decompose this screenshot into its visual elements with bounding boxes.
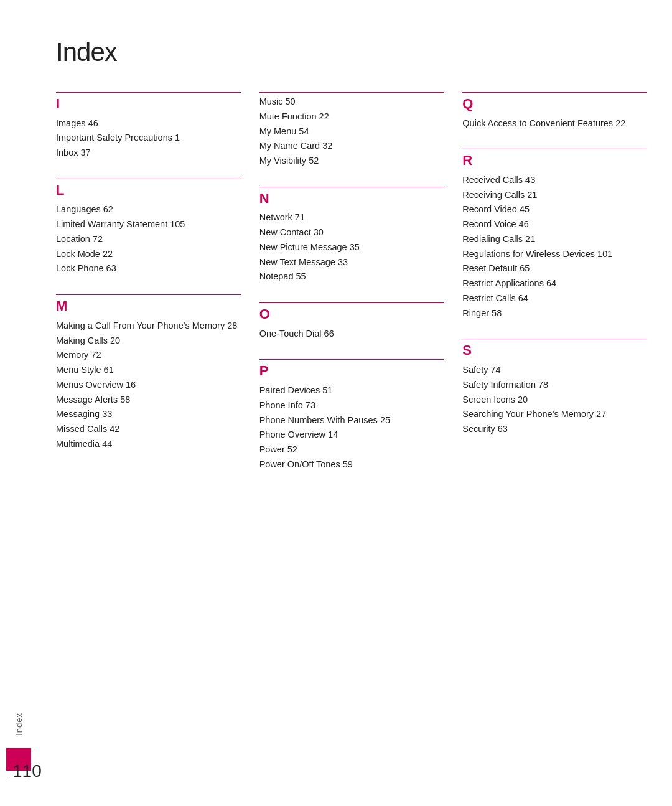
list-item: My Menu 54 bbox=[259, 125, 444, 139]
index-section-P: P Paired Devices 51 Phone Info 73 Phone … bbox=[259, 359, 444, 472]
main-content: Index I Images 46 Important Safety Preca… bbox=[37, 0, 672, 806]
list-item: Power 52 bbox=[259, 443, 444, 457]
list-item: Message Alerts 58 bbox=[56, 393, 241, 407]
list-item: Ringer 58 bbox=[462, 307, 647, 321]
section-letter: O bbox=[259, 306, 444, 324]
section-items: One-Touch Dial 66 bbox=[259, 327, 444, 342]
list-item: Menu Style 61 bbox=[56, 363, 241, 377]
section-items: Paired Devices 51 Phone Info 73 Phone Nu… bbox=[259, 384, 444, 473]
list-item: Multimedia 44 bbox=[56, 438, 241, 451]
section-divider bbox=[259, 302, 444, 303]
list-item: Menus Overview 16 bbox=[56, 378, 241, 392]
section-items: Images 46 Important Safety Precautions 1… bbox=[56, 117, 241, 161]
list-item: Limited Warranty Statement 105 bbox=[56, 218, 241, 232]
section-letter: S bbox=[462, 342, 647, 360]
list-item: Restrict Calls 64 bbox=[462, 292, 647, 306]
index-section-O: O One-Touch Dial 66 bbox=[259, 302, 444, 342]
list-item: Lock Phone 63 bbox=[56, 262, 241, 276]
list-item: Safety Information 78 bbox=[462, 378, 647, 392]
list-item: Images 46 bbox=[56, 117, 241, 131]
list-item: Important Safety Precautions 1 bbox=[56, 131, 241, 145]
list-item: Making Calls 20 bbox=[56, 334, 241, 348]
list-item: Security 63 bbox=[462, 423, 647, 436]
index-section-I: I Images 46 Important Safety Precautions… bbox=[56, 92, 241, 161]
list-item: Memory 72 bbox=[56, 349, 241, 362]
list-item: Quick Access to Convenient Features 22 bbox=[462, 117, 647, 131]
list-item: Paired Devices 51 bbox=[259, 384, 444, 398]
sidebar: Index 110 bbox=[0, 0, 37, 806]
section-letter: L bbox=[56, 182, 241, 200]
section-divider bbox=[259, 187, 444, 187]
index-section-continuation: Music 50 Mute Function 22 My Menu 54 My … bbox=[259, 92, 444, 169]
section-items: Safety 74 Safety Information 78 Screen I… bbox=[462, 363, 647, 438]
list-item: Location 72 bbox=[56, 233, 241, 246]
section-divider bbox=[259, 359, 444, 360]
list-item: Regulations for Wireless Devices 101 bbox=[462, 248, 647, 261]
index-section-S: S Safety 74 Safety Information 78 Screen… bbox=[462, 339, 647, 437]
list-item: Notepad 55 bbox=[259, 270, 444, 284]
section-items: Received Calls 43 Receiving Calls 21 Rec… bbox=[462, 174, 647, 322]
page: Index 110 Index I Images 46 Important Sa… bbox=[0, 0, 672, 806]
section-letter: R bbox=[462, 152, 647, 170]
index-column-2: Music 50 Mute Function 22 My Menu 54 My … bbox=[259, 92, 444, 490]
section-divider bbox=[56, 294, 241, 295]
list-item: New Contact 30 bbox=[259, 226, 444, 240]
list-item: Mute Function 22 bbox=[259, 110, 444, 124]
section-letter: I bbox=[56, 95, 241, 113]
sidebar-label: Index bbox=[14, 713, 24, 736]
list-item: Power On/Off Tones 59 bbox=[259, 458, 444, 472]
list-item: My Visibility 52 bbox=[259, 154, 444, 168]
list-item: My Name Card 32 bbox=[259, 139, 444, 153]
list-item: Messaging 33 bbox=[56, 408, 241, 421]
list-item: Screen Icons 20 bbox=[462, 393, 647, 407]
index-section-R: R Received Calls 43 Receiving Calls 21 R… bbox=[462, 149, 647, 321]
list-item: Languages 62 bbox=[56, 203, 241, 217]
list-item: Music 50 bbox=[259, 95, 444, 109]
section-divider bbox=[56, 92, 241, 93]
section-items: Quick Access to Convenient Features 22 bbox=[462, 117, 647, 132]
list-item: Missed Calls 42 bbox=[56, 423, 241, 436]
list-item: Receiving Calls 21 bbox=[462, 189, 647, 202]
section-letter: P bbox=[259, 362, 444, 380]
section-items: Languages 62 Limited Warranty Statement … bbox=[56, 203, 241, 277]
page-title: Index bbox=[56, 37, 647, 67]
index-column-1: I Images 46 Important Safety Precautions… bbox=[56, 92, 241, 490]
list-item: One-Touch Dial 66 bbox=[259, 327, 444, 341]
section-letter: Q bbox=[462, 95, 647, 113]
section-divider bbox=[462, 149, 647, 149]
list-item: Lock Mode 22 bbox=[56, 248, 241, 261]
section-divider bbox=[462, 92, 647, 93]
section-divider bbox=[56, 179, 241, 179]
list-item: Searching Your Phone's Memory 27 bbox=[462, 408, 647, 421]
section-items: Network 71 New Contact 30 New Picture Me… bbox=[259, 211, 444, 285]
list-item: Phone Overview 14 bbox=[259, 428, 444, 442]
section-letter: M bbox=[56, 298, 241, 316]
list-item: Received Calls 43 bbox=[462, 174, 647, 187]
list-item: Restrict Applications 64 bbox=[462, 277, 647, 291]
list-item: New Text Message 33 bbox=[259, 256, 444, 269]
section-items: Making a Call From Your Phone's Memory 2… bbox=[56, 319, 241, 452]
section-letter: N bbox=[259, 190, 444, 208]
list-item: Record Video 45 bbox=[462, 203, 647, 217]
list-item: Safety 74 bbox=[462, 363, 647, 377]
list-item: Phone Info 73 bbox=[259, 399, 444, 413]
list-item: Network 71 bbox=[259, 211, 444, 225]
list-item: New Picture Message 35 bbox=[259, 241, 444, 255]
list-item: Inbox 37 bbox=[56, 146, 241, 160]
index-section-M: M Making a Call From Your Phone's Memory… bbox=[56, 294, 241, 452]
section-divider bbox=[259, 92, 444, 93]
section-items: Music 50 Mute Function 22 My Menu 54 My … bbox=[259, 95, 444, 169]
index-section-Q: Q Quick Access to Convenient Features 22 bbox=[462, 92, 647, 131]
section-divider bbox=[462, 339, 647, 339]
list-item: Redialing Calls 21 bbox=[462, 233, 647, 246]
index-grid: I Images 46 Important Safety Precautions… bbox=[56, 92, 647, 490]
list-item: Phone Numbers With Pauses 25 bbox=[259, 414, 444, 428]
list-item: Record Voice 46 bbox=[462, 218, 647, 232]
list-item: Reset Default 65 bbox=[462, 262, 647, 276]
index-section-L: L Languages 62 Limited Warranty Statemen… bbox=[56, 179, 241, 277]
index-column-3: Q Quick Access to Convenient Features 22… bbox=[462, 92, 647, 490]
list-item: Making a Call From Your Phone's Memory 2… bbox=[56, 319, 241, 333]
index-section-N: N Network 71 New Contact 30 New Picture … bbox=[259, 187, 444, 285]
